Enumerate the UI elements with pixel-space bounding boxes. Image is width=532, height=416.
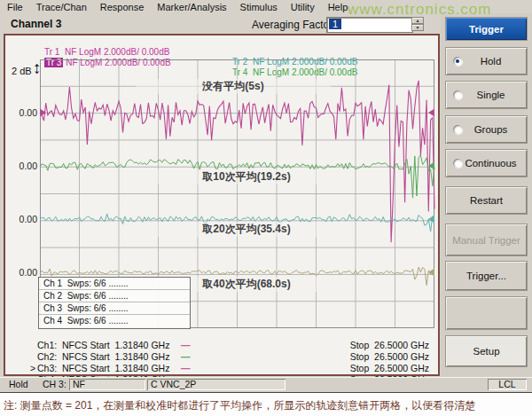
stimulus-row-ch4: Ch4:NFCS Start 1.31840 GHz—Stop 26.5000 … — [7, 363, 434, 374]
status-measurement: NF — [69, 379, 145, 390]
app-window: File Trace/Chan Response Marker/Analysis… — [0, 0, 532, 391]
trigger-option-groups[interactable]: Groups — [445, 115, 528, 144]
sweep-counter-ch3: Ch 3 Swps: 6/6 ........ — [39, 302, 190, 315]
trigger-option-single[interactable]: Single — [445, 81, 528, 109]
ref-level-label-3: 0.00 — [11, 214, 37, 224]
trace-legend-row-1: Tr 1 NF LogM 2.000dB/ 0.00dB Tr 2 NF Log… — [5, 37, 434, 48]
blank-softkey[interactable] — [445, 296, 528, 330]
trigger-dialog-button[interactable]: Trigger... — [445, 261, 528, 291]
ref-level-label-1: 0.00 — [11, 107, 37, 118]
averaging-factor-value: 1 — [329, 19, 341, 29]
averaging-factor-spinner: ▲ ▼ — [411, 17, 424, 31]
sweep-counter-ch1: Ch 1 Swps: 6/6 ........ — [39, 278, 190, 290]
status-bar: Hold CH 3: NF C VNC_2P LCL — [0, 377, 532, 394]
stimulus-row-ch3: >Ch3:NFCS Start 1.31840 GHz—Stop 26.5000… — [7, 351, 434, 363]
menu-item-file[interactable]: File — [7, 2, 23, 12]
annotation-no-averaging: 没有平均(5s) — [136, 79, 331, 94]
sweep-counter-box: Ch 1 Swps: 6/6 ........ Ch 2 Swps: 6/6 .… — [38, 277, 191, 329]
radio-icon — [453, 159, 462, 168]
graticule: 没有平均(5s) 取10次平均(19.2s) 取20次平均(35.4s) 取40… — [40, 59, 434, 328]
footnote-text: 注: 测量点数 = 201，在测量和校准时都进行了平均操作，所显示的轨迹刻意错开… — [4, 398, 475, 413]
sweep-counter-ch4: Ch 4 Swps: 6/6 ........ — [39, 315, 190, 326]
status-message: C VNC_2P — [147, 379, 286, 390]
stimulus-row-ch2: Ch2:NFCS Start 1.31840 GHz—Stop 26.5000 … — [7, 340, 434, 351]
scale-per-div-label: 2 dB — [12, 66, 32, 76]
status-lcl: LCL — [488, 379, 527, 390]
status-mode: Hold — [9, 379, 28, 390]
radio-selected-icon — [453, 57, 462, 66]
annotation-10-averages: 取10次平均(19.2s) — [149, 169, 344, 184]
manual-trigger-button: Manual Trigger — [445, 224, 528, 256]
channel-title: Channel 3 — [11, 18, 61, 30]
averaging-factor-label: Averaging Factor — [252, 19, 332, 31]
menu-item-marker-analysis[interactable]: Marker/Analysis — [157, 2, 226, 12]
annotation-20-averages: 取20次平均(35.4s) — [149, 222, 344, 237]
setup-button[interactable]: Setup — [445, 335, 528, 367]
menu-item-trace-chan[interactable]: Trace/Chan — [36, 2, 87, 12]
averaging-factor-input[interactable]: 1 — [326, 17, 413, 33]
menu-item-stimulus[interactable]: Stimulus — [240, 2, 278, 12]
watermark-text: www.cntronics.com — [348, 1, 491, 19]
vna-screen: File Trace/Chan Response Marker/Analysis… — [0, 0, 532, 416]
ref-level-label-2: 0.00 — [11, 161, 37, 171]
restart-button[interactable]: Restart — [445, 186, 528, 215]
trigger-option-continuous[interactable]: Continuous — [445, 149, 528, 177]
spinner-down-icon[interactable]: ▼ — [411, 24, 424, 31]
ref-level-label-4: 0.00 — [11, 267, 37, 278]
menu-item-response[interactable]: Response — [100, 2, 145, 12]
menu-item-utility[interactable]: Utility — [291, 2, 315, 12]
trace-legend-row-2: Tr 3 NF LogM 2.000dB/ 0.00dB Tr 4 NF Log… — [5, 48, 434, 59]
stimulus-row-ch1: Ch1:NFCS Start 1.31840 GHz—Stop 26.5000 … — [7, 328, 434, 340]
sweep-counter-ch2: Ch 2 Swps: 6/6 ........ — [39, 290, 190, 302]
status-channel: CH 3: — [43, 379, 66, 390]
stimulus-summary: Ch1:NFCS Start 1.31840 GHz—Stop 26.5000 … — [7, 328, 434, 374]
softkey-sidebar: Trigger Hold Single Groups Continuous Re… — [441, 13, 532, 377]
trigger-option-hold[interactable]: Hold — [445, 47, 528, 75]
trigger-menu-header[interactable]: Trigger — [445, 17, 528, 41]
footer-note-area: 注: 测量点数 = 201，在测量和校准时都进行了平均操作，所显示的轨迹刻意错开… — [0, 393, 532, 416]
plot-area: Tr 1 NF LogM 2.000dB/ 0.00dB Tr 2 NF Log… — [4, 34, 440, 376]
menu-item-help[interactable]: Help — [328, 2, 348, 12]
radio-icon — [453, 125, 462, 134]
radio-icon — [453, 90, 462, 99]
